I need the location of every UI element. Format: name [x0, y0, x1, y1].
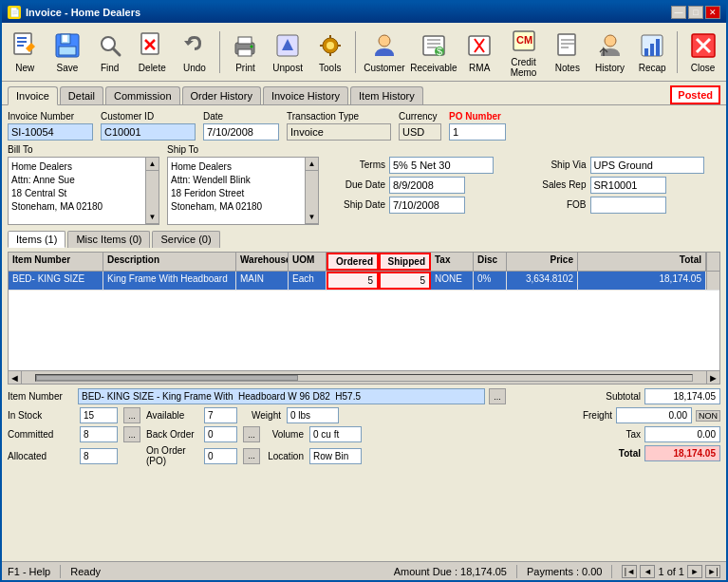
tab-commission[interactable]: Commission	[105, 86, 180, 104]
recap-button[interactable]: Recap	[633, 28, 672, 77]
last-page-btn[interactable]: ►|	[705, 565, 720, 578]
svg-rect-2	[17, 41, 27, 43]
invoice-number-input[interactable]	[8, 123, 93, 141]
ship-to-text: Home DealersAttn: Wendell Blink18 Ferido…	[171, 160, 315, 214]
item-number-dots-btn[interactable]: ...	[489, 388, 506, 404]
svg-text:$: $	[437, 46, 442, 57]
allocated-input	[80, 448, 118, 464]
unpost-button[interactable]: Unpost	[269, 28, 308, 77]
ship-to-scroll[interactable]: ▲ ▼	[305, 158, 318, 224]
ship-to-scroll-down[interactable]: ▼	[306, 211, 318, 224]
minimize-button[interactable]: —	[671, 6, 686, 19]
creditmemo-button[interactable]: CM Credit Memo	[503, 28, 545, 77]
close-window-button[interactable]: ✕	[705, 6, 720, 19]
available-label: Available	[146, 410, 198, 421]
terms-input[interactable]	[389, 157, 494, 174]
tab-order-history[interactable]: Order History	[182, 86, 261, 104]
cell-disc: 0%	[474, 272, 507, 290]
next-page-btn[interactable]: ►	[687, 565, 702, 578]
ship-via-input[interactable]	[590, 157, 704, 174]
location-input	[309, 448, 362, 464]
undo-button[interactable]: Undo	[176, 28, 215, 77]
ship-date-input[interactable]	[389, 197, 465, 214]
allocated-row: Allocated On Order (PO) ... Location	[8, 445, 506, 466]
delete-button[interactable]: Delete	[133, 28, 172, 77]
customer-id-label: Customer ID	[101, 111, 196, 122]
scroll-left-btn[interactable]: ◄	[9, 371, 22, 385]
transaction-type-label: Transaction Type	[287, 111, 391, 122]
volume-label: Volume	[266, 429, 304, 440]
tools-button[interactable]: Tools	[310, 28, 349, 77]
committed-dots-btn[interactable]: ...	[123, 426, 140, 442]
item-number-bottom-input[interactable]	[78, 388, 485, 404]
svg-rect-35	[644, 48, 648, 56]
on-order-dots-btn[interactable]: ...	[243, 448, 260, 464]
receivable-button[interactable]: $ Receivable	[411, 28, 457, 77]
undo-icon	[179, 30, 210, 61]
prev-page-btn[interactable]: ◄	[640, 565, 655, 578]
tax-row: Tax	[512, 426, 720, 442]
in-stock-label: In Stock	[8, 410, 74, 421]
col-header-warehouse: Warehouse	[236, 253, 289, 271]
table-row[interactable]: BED- KING SIZE King Frame With Headboard…	[9, 272, 719, 291]
items-tab-items[interactable]: Items (1)	[8, 231, 65, 248]
freight-row: Freight NON	[512, 407, 720, 423]
svg-rect-8	[59, 47, 76, 55]
new-button[interactable]: New	[6, 28, 45, 77]
due-date-input[interactable]	[389, 177, 465, 194]
print-button[interactable]: Print	[226, 28, 265, 77]
bill-to-scroll[interactable]: ▲ ▼	[145, 158, 159, 224]
committed-input	[80, 426, 118, 442]
items-tab-misc[interactable]: Misc Items (0)	[67, 231, 150, 248]
freight-value[interactable]	[616, 407, 692, 423]
first-page-btn[interactable]: |◄	[622, 565, 637, 578]
ship-date-label: Ship Date	[327, 199, 385, 210]
title-bar: 📄 Invoice - Home Dealers — □ ✕	[2, 2, 726, 23]
toolbar: New Save Find Delete Und	[2, 23, 726, 82]
volume-input	[309, 426, 362, 442]
svg-text:CM: CM	[516, 34, 532, 46]
tools-label: Tools	[319, 63, 341, 73]
history-button[interactable]: History	[590, 28, 629, 77]
svg-rect-16	[238, 49, 252, 56]
rma-button[interactable]: RMA	[460, 28, 499, 77]
tab-invoice-history[interactable]: Invoice History	[263, 86, 348, 104]
grid-horiz-scroll[interactable]: ◄ ►	[9, 370, 719, 384]
save-button[interactable]: Save	[48, 28, 87, 77]
rma-icon	[464, 30, 495, 61]
notes-button[interactable]: Notes	[549, 28, 588, 77]
close-button[interactable]: Close	[683, 28, 722, 77]
find-button[interactable]: Find	[90, 28, 129, 77]
bill-to-scroll-down[interactable]: ▼	[146, 211, 159, 224]
due-date-row: Due Date	[327, 177, 520, 194]
fob-input[interactable]	[590, 197, 666, 214]
scroll-thumb[interactable]	[36, 375, 298, 381]
items-tab-service[interactable]: Service (0)	[152, 231, 219, 248]
freight-badge: NON	[696, 410, 720, 422]
currency-input	[399, 123, 441, 141]
customer-id-input[interactable]	[101, 123, 196, 141]
in-stock-dots-btn[interactable]: ...	[123, 407, 140, 423]
maximize-button[interactable]: □	[688, 6, 703, 19]
back-order-dots-btn[interactable]: ...	[243, 426, 260, 442]
cell-price: 3,634.8102	[507, 272, 578, 290]
date-input[interactable]	[203, 123, 279, 141]
tab-invoice[interactable]: Invoice	[8, 86, 58, 105]
tab-item-history[interactable]: Item History	[350, 86, 423, 104]
sales-rep-input[interactable]	[590, 177, 666, 194]
bill-to-scroll-up[interactable]: ▲	[146, 158, 159, 171]
invoice-number-label: Invoice Number	[8, 111, 93, 122]
unpost-label: Unpost	[272, 63, 303, 73]
col-header-item-number: Item Number	[9, 253, 103, 271]
scroll-right-btn[interactable]: ►	[706, 371, 719, 385]
back-order-label: Back Order	[146, 429, 198, 440]
save-icon	[52, 30, 83, 61]
ship-to-group: Ship To Home DealersAttn: Wendell Blink1…	[167, 144, 319, 225]
tab-detail[interactable]: Detail	[60, 86, 103, 104]
ship-to-scroll-up[interactable]: ▲	[306, 158, 318, 171]
total-label: Total	[588, 448, 641, 459]
customer-button[interactable]: Customer	[362, 28, 407, 77]
col-header-shipped: Shipped	[379, 253, 431, 271]
print-label: Print	[235, 63, 255, 73]
po-number-input[interactable]	[449, 123, 506, 141]
